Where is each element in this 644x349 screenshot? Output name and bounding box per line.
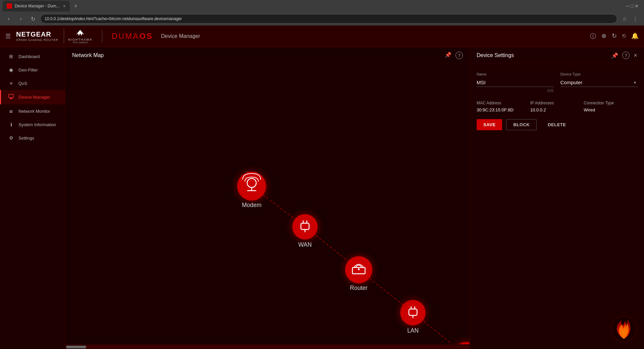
extensions-button[interactable]: ⋮ <box>631 14 640 23</box>
svg-point-13 <box>292 214 318 239</box>
sidebar-label-device-manager: Device Manager <box>18 95 50 100</box>
address-bar[interactable]: 10.0.0.1/desktop/index.html?cache=0#com.… <box>40 14 617 23</box>
sidebar-label-qos: QoS <box>18 81 27 86</box>
system-info-icon: ℹ <box>8 122 14 127</box>
device-manager-icon <box>8 94 14 100</box>
map-scrollbar[interactable] <box>65 344 470 349</box>
bookmarks-button[interactable]: ☆ <box>620 14 629 23</box>
qos-icon: ≡ <box>8 81 14 86</box>
new-tab-button[interactable]: + <box>71 1 80 11</box>
maximize-button[interactable]: □ <box>631 3 633 9</box>
settings-help-button[interactable]: ? <box>622 52 630 59</box>
name-input[interactable] <box>477 78 554 87</box>
network-map-panel: Network Map 📌 ? <box>65 47 470 349</box>
settings-panel-title: Device Settings <box>477 52 514 58</box>
globe-icon[interactable]: ⊕ <box>601 32 606 40</box>
settings-pin-button[interactable]: 📌 <box>611 52 618 59</box>
svg-point-23 <box>400 300 425 325</box>
minimize-button[interactable]: ─ <box>626 3 629 9</box>
map-canvas[interactable]: Modem WAN <box>65 64 470 344</box>
nighthawk-bird-icon <box>73 29 87 38</box>
sidebar-item-dashboard[interactable]: ⊞ Dashboard <box>0 50 65 63</box>
device-settings-panel: Device Settings 📌 ? × Name 3/35 <box>470 47 644 349</box>
netgear-brand: NETGEAR XR500 GAMING ROUTER <box>16 31 58 42</box>
browser-nav: ‹ › ↻ 10.0.0.1/desktop/index.html?cache=… <box>0 12 644 26</box>
duma-os-logo: DUMAOS <box>112 32 153 41</box>
sidebar-item-system-information[interactable]: ℹ System Information <box>0 118 65 131</box>
sidebar-label-dashboard: Dashboard <box>18 54 40 59</box>
sidebar-label-settings: Settings <box>18 136 34 141</box>
sidebar-item-geo-filter[interactable]: ◉ Geo-Filter <box>0 63 65 77</box>
refresh-icon[interactable]: ↻ <box>612 32 617 40</box>
svg-text:Modem: Modem <box>242 202 261 208</box>
tab-title: Device Manager - Dum... <box>15 4 59 8</box>
sidebar-item-settings[interactable]: ⚙ Settings <box>0 131 65 145</box>
settings-body: Name 3/35 Device Type Computer Console P… <box>470 64 644 349</box>
settings-close-button[interactable]: × <box>634 52 637 59</box>
connection-type-label: Connection Type <box>584 101 637 105</box>
network-monitor-icon: ≣ <box>8 108 14 114</box>
flame-svg <box>610 315 637 342</box>
save-button[interactable]: SAVE <box>477 119 502 130</box>
device-info-grid: MAC Address 30:9C:23:15:0F:8D IP Address… <box>477 101 637 112</box>
map-pin-button[interactable]: 📌 <box>445 52 451 59</box>
network-map-svg: Modem WAN <box>65 64 470 344</box>
name-type-row: Name 3/35 Device Type Computer Console P… <box>477 72 637 93</box>
map-help-button[interactable]: ? <box>455 52 463 59</box>
char-count: 3/35 <box>477 89 554 93</box>
connection-type-col: Connection Type Wired <box>584 101 637 112</box>
mac-address-value: 30:9C:23:15:0F:8D <box>477 107 530 112</box>
svg-point-29 <box>453 342 470 344</box>
app-title: Device Manager <box>161 33 200 39</box>
active-tab[interactable]: Device Manager - Dum... × <box>3 1 70 11</box>
tab-favicon <box>7 3 12 9</box>
forward-button[interactable]: › <box>16 14 25 23</box>
netgear-subtitle: XR500 GAMING ROUTER <box>16 38 58 42</box>
map-panel-header: Network Map 📌 ? <box>65 47 470 64</box>
sidebar-label-system-information: System Information <box>18 122 56 127</box>
content-area: Network Map 📌 ? <box>65 47 644 349</box>
name-field-group: Name 3/35 <box>477 72 554 93</box>
tab-close-button[interactable]: × <box>63 3 66 9</box>
svg-text:Router: Router <box>350 285 368 291</box>
map-panel-actions: 📌 ? <box>445 52 463 59</box>
address-text: 10.0.0.1/desktop/index.html?cache=0#com.… <box>45 16 182 21</box>
nighthawk-logo: NIGHTHAWK PRO GAMING <box>64 29 93 44</box>
back-button[interactable]: ‹ <box>4 14 13 23</box>
window-close-button[interactable]: ✕ <box>635 3 639 9</box>
sidebar-item-network-monitor[interactable]: ≣ Network Monitor <box>0 104 65 118</box>
settings-panel-actions: 📌 ? × <box>611 52 637 59</box>
settings-icon: ⚙ <box>8 135 14 141</box>
brand-divider <box>102 30 102 42</box>
tab-bar: Device Manager - Dum... × + ─ □ ✕ <box>0 0 644 12</box>
sidebar-label-network-monitor: Network Monitor <box>18 109 50 114</box>
ip-addresses-label: IP Addresses <box>530 101 584 105</box>
brand: NETGEAR XR500 GAMING ROUTER NIGHTHAWK PR… <box>16 29 200 44</box>
scrollbar-track[interactable] <box>66 346 469 348</box>
scrollbar-thumb[interactable] <box>66 346 86 348</box>
info-icon[interactable]: ⓘ <box>590 32 596 40</box>
sidebar: ⊞ Dashboard ◉ Geo-Filter ≡ QoS <box>0 47 65 349</box>
svg-text:LAN: LAN <box>407 327 419 334</box>
sidebar-item-qos[interactable]: ≡ QoS <box>0 77 65 90</box>
name-label: Name <box>477 72 554 76</box>
device-type-field-group: Device Type Computer Console Phone Table… <box>560 72 638 93</box>
menu-hamburger[interactable]: ☰ <box>5 33 11 40</box>
mac-address-col: MAC Address 30:9C:23:15:0F:8D <box>477 101 530 112</box>
device-type-select[interactable]: Computer Console Phone Tablet Smart TV O… <box>560 78 638 87</box>
main-layout: ⊞ Dashboard ◉ Geo-Filter ≡ QoS <box>0 47 644 349</box>
map-panel-title: Network Map <box>72 52 104 58</box>
sidebar-item-device-manager[interactable]: Device Manager <box>0 90 65 104</box>
dashboard-icon: ⊞ <box>8 54 14 59</box>
ip-addresses-value: 10.0.0.2 <box>530 107 584 112</box>
logout-icon[interactable]: ⎋ <box>622 32 626 40</box>
delete-button[interactable]: DELETE <box>541 119 573 130</box>
block-button[interactable]: BLOCK <box>506 119 537 130</box>
device-type-label: Device Type <box>560 72 638 76</box>
refresh-button[interactable]: ↻ <box>28 14 38 23</box>
sidebar-label-geo-filter: Geo-Filter <box>18 67 38 72</box>
bell-icon[interactable]: 🔔 <box>631 32 639 40</box>
topbar: ☰ NETGEAR XR500 GAMING ROUTER NIGHTHAWK … <box>0 26 644 47</box>
browser-nav-actions: ☆ ⋮ <box>620 14 640 23</box>
svg-point-21 <box>358 268 360 270</box>
